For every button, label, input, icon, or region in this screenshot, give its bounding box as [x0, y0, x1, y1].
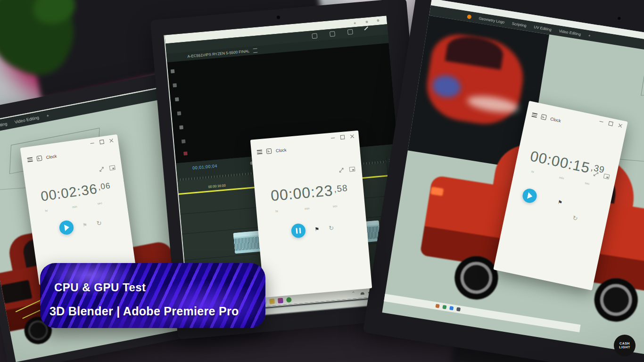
- time-main: 00:00:15: [529, 148, 592, 176]
- keep-on-top-icon[interactable]: [541, 114, 547, 120]
- export-icon[interactable]: [330, 31, 335, 37]
- time-fraction: ,06: [98, 181, 111, 192]
- window-controls: [599, 119, 623, 128]
- lap-flag-icon[interactable]: ⚑: [314, 226, 320, 232]
- wireframe-cube: [641, 70, 644, 96]
- unit-hr: hr: [275, 209, 278, 213]
- taskbar-icon[interactable]: [442, 305, 446, 309]
- menu-icon[interactable]: [532, 113, 537, 117]
- titlebar: Clock: [531, 112, 561, 123]
- unit-sec: sec: [332, 204, 338, 208]
- xbox-icon[interactable]: [286, 297, 292, 303]
- tool-strip-icon[interactable]: [171, 69, 175, 74]
- watermark-line2: LIGHT: [619, 346, 630, 349]
- keep-on-top-icon[interactable]: [266, 148, 272, 154]
- time-main: 00:00:23: [270, 182, 334, 204]
- unit-hr: hr: [531, 170, 535, 173]
- workspace-tab-video-editing[interactable]: Video Editing: [14, 115, 40, 124]
- expand-icon[interactable]: [339, 168, 344, 173]
- unit-sec: sec: [97, 201, 102, 205]
- pen-tool-icon[interactable]: [364, 26, 368, 30]
- app-title: Clock: [46, 154, 57, 160]
- tool-strip-icon[interactable]: [182, 140, 186, 144]
- compact-overlay-icon[interactable]: [109, 165, 116, 171]
- maximize-icon[interactable]: [608, 121, 613, 126]
- workspace-tab-uv-editing[interactable]: UV Editing: [0, 121, 8, 130]
- minimize-icon[interactable]: [600, 121, 603, 123]
- maximize-icon[interactable]: [99, 140, 104, 144]
- watermark-line1: CASH: [619, 342, 630, 346]
- video-frame: UV Editing Video Editing + Scene: [0, 0, 644, 362]
- panel-menu-icon[interactable]: [253, 48, 257, 53]
- app-title: Clock: [276, 148, 287, 153]
- tool-strip-icon[interactable]: [177, 111, 182, 115]
- photos-app-icon[interactable]: [278, 297, 283, 303]
- reset-icon[interactable]: ↻: [572, 214, 578, 222]
- stopwatch-time: 00:02:36,06: [26, 177, 125, 206]
- tool-strip-icon[interactable]: [179, 125, 183, 130]
- menu-icon[interactable]: [257, 150, 263, 154]
- tool-strip-icon[interactable]: [183, 151, 188, 156]
- close-icon[interactable]: [109, 139, 114, 143]
- titlebar-dot: [377, 19, 379, 22]
- keep-on-top-icon[interactable]: [36, 156, 42, 161]
- titlebar: Clock: [257, 147, 287, 155]
- time-fraction: ,58: [333, 183, 348, 194]
- unit-min: min: [305, 206, 310, 210]
- file-explorer-icon[interactable]: [269, 298, 275, 304]
- time-fraction: ,39: [590, 162, 605, 175]
- share-icon[interactable]: [347, 29, 353, 35]
- workspace-tab-add[interactable]: +: [588, 33, 591, 38]
- start-button[interactable]: [521, 188, 538, 205]
- workspace-tab-uv-editing[interactable]: UV Editing: [534, 25, 552, 32]
- unit-min: min: [559, 176, 564, 180]
- workspace-tab-add[interactable]: +: [46, 113, 50, 118]
- reset-icon[interactable]: ↻: [329, 224, 334, 231]
- titlebar: Clock: [27, 153, 57, 163]
- time-main: 00:02:36: [40, 181, 98, 204]
- banner-subtitle: 3D Blender | Adobe Premiere Pro: [50, 304, 239, 318]
- tray-caret[interactable]: ^: [352, 291, 355, 295]
- tool-strip-icon[interactable]: [173, 83, 177, 88]
- blender-logo-icon[interactable]: [467, 14, 471, 19]
- import-icon[interactable]: [312, 33, 317, 39]
- taskbar-icon[interactable]: [449, 306, 454, 310]
- maximize-icon[interactable]: [340, 135, 345, 140]
- banner-title: CPU & GPU Test: [54, 281, 146, 294]
- window-controls: [331, 134, 355, 140]
- stopwatch-time: 00:00:23,58: [255, 179, 364, 206]
- workspace-tab-geometry[interactable]: Geometry Logo: [479, 16, 505, 25]
- timeline-mark: 00:00:16:00: [208, 183, 225, 188]
- unit-hr: hr: [45, 209, 48, 213]
- reset-icon[interactable]: ↻: [96, 220, 102, 226]
- minimize-icon[interactable]: [91, 143, 94, 144]
- stopwatch-time: 00:00:15,39: [516, 145, 619, 183]
- wifi-icon[interactable]: [361, 292, 364, 295]
- start-button[interactable]: [58, 220, 74, 236]
- lap-flag-icon[interactable]: ⚑: [557, 199, 563, 206]
- pause-button[interactable]: [290, 223, 306, 239]
- lap-flag-icon[interactable]: ⚑: [83, 222, 88, 228]
- compact-overlay-icon[interactable]: [349, 167, 355, 172]
- unit-min: min: [72, 205, 77, 208]
- taskbar-icon[interactable]: [435, 304, 439, 308]
- minimize-icon[interactable]: [331, 138, 335, 139]
- app-title: Clock: [550, 116, 561, 123]
- workspace-tab-video-editing[interactable]: Video Editing: [559, 29, 581, 36]
- window-controls: [90, 138, 114, 146]
- unit-sec: sec: [585, 181, 590, 185]
- workspace-tab-scripting[interactable]: Scripting: [512, 21, 527, 28]
- stopwatch-window[interactable]: Clock 00:00:23,58 hr min sec ⚑ ↻: [250, 131, 372, 298]
- taskbar-icon[interactable]: [456, 307, 461, 312]
- titlebar-dot: [354, 22, 356, 24]
- expand-icon[interactable]: [99, 167, 104, 172]
- close-icon[interactable]: [618, 123, 622, 128]
- program-timecode[interactable]: 00;01;00;04: [192, 164, 218, 171]
- titlebar-dot: [365, 21, 368, 23]
- close-icon[interactable]: [350, 134, 355, 139]
- menu-icon[interactable]: [27, 157, 33, 162]
- caption-banner: CPU & GPU Test 3D Blender | Adobe Premie…: [40, 263, 265, 328]
- tool-strip-icon[interactable]: [175, 97, 179, 101]
- channel-watermark: CASH LIGHT: [614, 335, 636, 356]
